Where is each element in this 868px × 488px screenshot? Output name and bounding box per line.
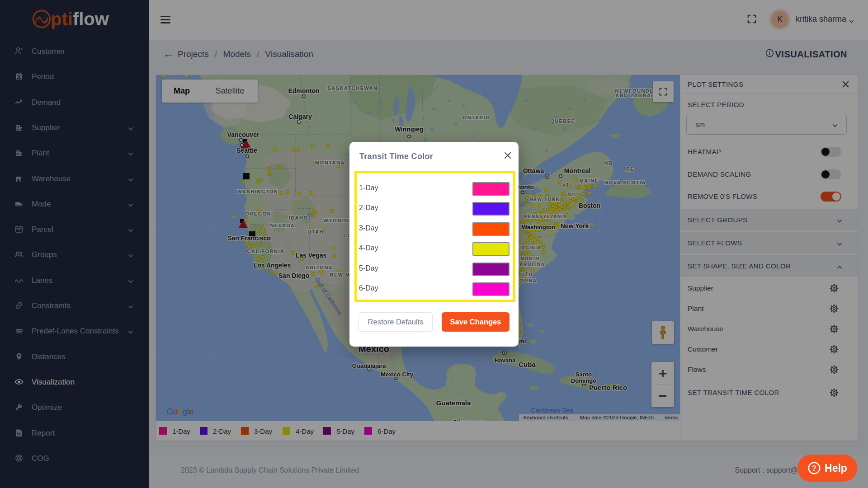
svg-text:?: ? bbox=[812, 465, 816, 472]
